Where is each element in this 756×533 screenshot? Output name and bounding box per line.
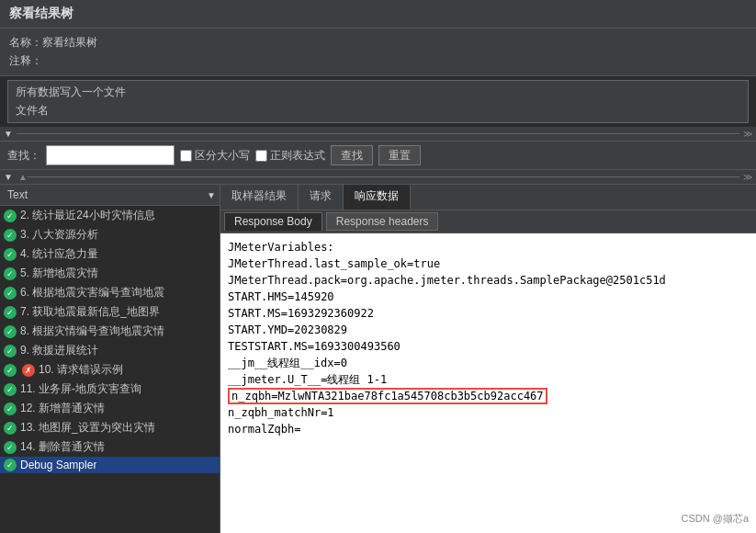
tree-item-text: 5. 新增地震灾情 [20, 266, 98, 281]
tree-item-4[interactable]: ✓5. 新增地震灾情 [0, 264, 220, 283]
left-panel-header: Text ▼ [0, 185, 220, 206]
sub-tab-body[interactable]: Response Body [224, 212, 322, 231]
arrow-up-icon: ▲ [18, 172, 28, 182]
search-label: 查找： [7, 148, 40, 164]
left-panel: Text ▼ ✓2. 统计最近24小时灾情信息✓3. 八大资源分析✓4. 统计应… [0, 185, 220, 533]
status-ok-icon: ✓ [4, 210, 17, 222]
response-line-5: START.MS=1693292360922 [228, 305, 749, 322]
search-input[interactable] [46, 145, 175, 165]
name-row: 名称： 察看结果树 [9, 35, 747, 51]
arrow-down-icon: ▼ [4, 129, 13, 139]
scroll-indicator-2: ≫ [743, 172, 752, 182]
find-button[interactable]: 查找 [331, 145, 373, 165]
response-line-10: n_zqbh=MzlwNTA321bae78fc1a545708cb3b5cb9… [228, 388, 749, 404]
tree-item-3[interactable]: ✓4. 统计应急力量 [0, 244, 220, 264]
sub-tab-headers[interactable]: Response headers [326, 212, 439, 231]
name-label: 名称： [9, 35, 42, 51]
response-line-8: __jm__线程组__idx=0 [228, 355, 749, 371]
tree-item-11[interactable]: ✓12. 新增普通灾情 [0, 399, 220, 418]
tree-item-text: 7. 获取地震最新信息_地图界 [20, 304, 160, 320]
file-section-title: 所有数据写入一个文件 [16, 85, 740, 100]
tree-item-6[interactable]: ✓7. 获取地震最新信息_地图界 [0, 302, 220, 322]
response-line-12: normalZqbh= [228, 421, 749, 437]
divider-top: ▼ ≫ [0, 127, 756, 142]
case-sensitive-checkbox[interactable] [180, 150, 192, 162]
tree-item-5[interactable]: ✓6. 根据地震灾害编号查询地震 [0, 283, 220, 302]
tree-item-12[interactable]: ✓13. 地图屏_设置为突出灾情 [0, 418, 220, 437]
tab-response[interactable]: 响应数据 [344, 185, 411, 210]
name-value: 察看结果树 [42, 35, 97, 51]
left-header-label: Text [4, 187, 207, 203]
response-line-6: START.YMD=20230829 [228, 322, 749, 338]
tree-item-text: 2. 统计最近24小时灾情信息 [20, 208, 155, 223]
tree-item-text: 11. 业务屏-地质灾害查询 [20, 381, 141, 397]
tree-item-text: Debug Sampler [20, 459, 96, 471]
status-ok-icon: ✓ [4, 403, 17, 415]
response-line-2: JMeterThread.last_sample_ok=true [228, 255, 749, 272]
status-ok-icon: ✓ [4, 441, 17, 454]
tree-item-8[interactable]: ✓9. 救援进展统计 [0, 341, 220, 360]
file-row: 文件名 [16, 103, 740, 119]
status-error-icon: ✗ [22, 364, 35, 377]
comment-label: 注释： [9, 53, 42, 69]
arrow-down-icon-2: ▼ [4, 172, 13, 182]
status-ok-icon: ✓ [4, 229, 17, 242]
tree-item-text: 8. 根据灾情编号查询地震灾情 [20, 323, 164, 339]
window-title: 察看结果树 [9, 6, 73, 20]
tree-item-13[interactable]: ✓14. 删除普通灾情 [0, 437, 220, 457]
response-line-1: JMeterVariables: [228, 239, 749, 255]
tree-item-2[interactable]: ✓3. 八大资源分析 [0, 225, 220, 244]
main-tabs: 取样器结果请求响应数据 [220, 185, 756, 210]
status-ok-icon: ✓ [4, 422, 17, 435]
tree-item-text: 13. 地图屏_设置为突出灾情 [20, 420, 155, 436]
status-ok-icon: ✓ [4, 267, 17, 280]
response-line-3: JMeterThread.pack=org.apache.jmeter.thre… [228, 272, 749, 289]
tree-item-text: 3. 八大资源分析 [20, 227, 98, 243]
main-content: Text ▼ ✓2. 统计最近24小时灾情信息✓3. 八大资源分析✓4. 统计应… [0, 185, 756, 533]
tree-item-14[interactable]: ✓Debug Sampler [0, 457, 220, 473]
case-sensitive-label[interactable]: 区分大小写 [180, 148, 250, 164]
regex-label[interactable]: 正则表达式 [255, 148, 325, 164]
scroll-indicator: ≫ [743, 129, 752, 139]
response-area: JMeterVariables:JMeterThread.last_sample… [220, 233, 756, 533]
form-area: 名称： 察看结果树 注释： [0, 28, 756, 76]
sub-tabs: Response BodyResponse headers [220, 210, 756, 233]
tree-item-text: 6. 根据地震灾害编号查询地震 [20, 285, 164, 301]
tree-item-text: 9. 救援进展统计 [20, 343, 98, 358]
status-ok-icon: ✓ [4, 287, 17, 300]
tree-item-text: 14. 删除普通灾情 [20, 439, 105, 455]
tree-item-text: 4. 统计应急力量 [20, 246, 98, 262]
tab-request[interactable]: 请求 [299, 185, 344, 210]
response-line-4: START.HMS=145920 [228, 289, 749, 305]
file-label: 文件名 [16, 103, 49, 119]
tree-list[interactable]: ✓2. 统计最近24小时灾情信息✓3. 八大资源分析✓4. 统计应急力量✓5. … [0, 206, 220, 533]
status-ok-icon: ✓ [4, 325, 17, 338]
status-ok-icon: ✓ [4, 364, 17, 377]
highlighted-value: n_zqbh=MzlwNTA321bae78fc1a545708cb3b5cb9… [228, 388, 547, 404]
tree-item-9[interactable]: ✓ ✗10. 请求错误示例 [0, 360, 220, 380]
comment-row: 注释： [9, 53, 747, 69]
tree-item-text: 10. 请求错误示例 [39, 362, 123, 378]
status-ok-icon: ✓ [4, 345, 17, 357]
status-ok-icon: ✓ [4, 248, 17, 261]
tree-item-1[interactable]: ✓2. 统计最近24小时灾情信息 [0, 206, 220, 225]
divider-line [17, 133, 739, 134]
status-ok-icon: ✓ [4, 306, 17, 319]
reset-button[interactable]: 重置 [378, 145, 421, 165]
dropdown-arrow-icon[interactable]: ▼ [207, 190, 216, 200]
right-panel: 取样器结果请求响应数据 Response BodyResponse header… [220, 185, 756, 533]
regex-checkbox[interactable] [255, 150, 267, 162]
divider-bottom: ▼ ▲ ≫ [0, 170, 756, 185]
response-line-7: TESTSTART.MS=1693300493560 [228, 338, 749, 355]
tree-item-text: 12. 新增普通灾情 [20, 401, 105, 416]
tree-item-10[interactable]: ✓11. 业务屏-地质灾害查询 [0, 380, 220, 399]
search-bar: 查找： 区分大小写 正则表达式 查找 重置 [0, 142, 756, 170]
divider-line-2 [28, 176, 739, 177]
response-line-9: __jmeter.U_T__=线程组 1-1 [228, 371, 749, 388]
status-ok-icon: ✓ [4, 383, 17, 396]
title-bar: 察看结果树 [0, 0, 756, 28]
tab-sampler[interactable]: 取样器结果 [220, 185, 299, 210]
response-line-11: n_zqbh_matchNr=1 [228, 404, 749, 421]
file-section: 所有数据写入一个文件 文件名 [7, 80, 749, 123]
tree-item-7[interactable]: ✓8. 根据灾情编号查询地震灾情 [0, 322, 220, 341]
